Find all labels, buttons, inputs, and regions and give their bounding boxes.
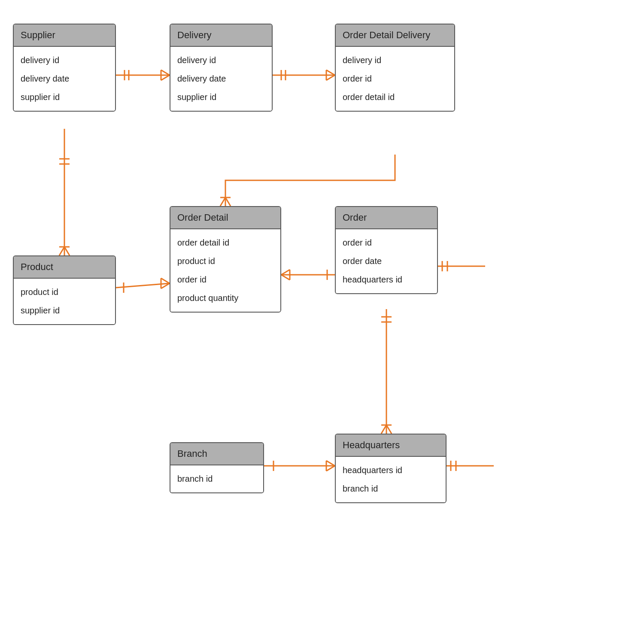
- svg-line-21: [116, 283, 170, 288]
- entity-delivery-header: Delivery: [170, 24, 272, 47]
- svg-line-29: [281, 275, 290, 280]
- field-product-1: product id: [21, 283, 108, 301]
- field-hq-2: branch id: [343, 480, 439, 498]
- field-od-3: order id: [177, 270, 273, 289]
- svg-line-3: [161, 70, 170, 75]
- field-hq-1: headquarters id: [343, 461, 439, 480]
- field-delivery-3: supplier id: [177, 88, 265, 106]
- entity-order-header: Order: [336, 207, 437, 229]
- entity-delivery: Delivery delivery id delivery date suppl…: [170, 24, 273, 112]
- svg-line-18: [59, 247, 64, 255]
- entity-supplier: Supplier delivery id delivery date suppl…: [13, 24, 116, 112]
- entity-order-body: order id order date headquarters id: [336, 229, 437, 293]
- entity-hq-header: Headquarters: [336, 434, 446, 457]
- entity-branch: Branch branch id: [170, 442, 264, 493]
- entity-branch-body: branch id: [170, 465, 263, 492]
- field-od-4: product quantity: [177, 289, 273, 307]
- svg-line-28: [281, 270, 290, 275]
- entity-odd-body: delivery id order id order detail id: [336, 47, 454, 111]
- svg-line-37: [326, 466, 335, 471]
- entity-product: Product product id supplier id: [13, 255, 116, 325]
- entity-product-header: Product: [14, 256, 115, 279]
- field-product-2: supplier id: [21, 301, 108, 320]
- field-order-1: order id: [343, 234, 430, 252]
- svg-line-4: [161, 75, 170, 80]
- field-od-2: product id: [177, 252, 273, 270]
- entity-delivery-body: delivery id delivery date supplier id: [170, 47, 272, 111]
- field-od-1: order detail id: [177, 234, 273, 252]
- field-order-3: headquarters id: [343, 270, 430, 289]
- entity-hq-body: headquarters id branch id: [336, 457, 446, 502]
- svg-line-45: [381, 425, 386, 434]
- entity-branch-header: Branch: [170, 443, 263, 465]
- entity-order-detail-delivery: Order Detail Delivery delivery id order …: [335, 24, 455, 112]
- field-supplier-2: delivery date: [21, 70, 108, 88]
- field-delivery-1: delivery id: [177, 51, 265, 70]
- entity-odd-header: Order Detail Delivery: [336, 24, 454, 47]
- field-order-2: order date: [343, 252, 430, 270]
- entity-order-detail: Order Detail order detail id product id …: [170, 206, 281, 313]
- svg-line-12: [220, 197, 225, 206]
- svg-line-36: [326, 461, 335, 466]
- field-odd-1: delivery id: [343, 51, 447, 70]
- entity-product-body: product id supplier id: [14, 279, 115, 324]
- field-supplier-3: supplier id: [21, 88, 108, 106]
- svg-line-24: [161, 283, 170, 289]
- entity-headquarters: Headquarters headquarters id branch id: [335, 434, 447, 503]
- entity-order: Order order id order date headquarters i…: [335, 206, 438, 294]
- entity-supplier-body: delivery id delivery date supplier id: [14, 47, 115, 111]
- field-branch-1: branch id: [177, 470, 256, 488]
- svg-line-9: [326, 70, 335, 75]
- er-diagram: Supplier delivery id delivery date suppl…: [0, 0, 644, 644]
- field-odd-2: order id: [343, 70, 447, 88]
- svg-line-19: [64, 247, 70, 255]
- entity-od-body: order detail id product id order id prod…: [170, 229, 280, 312]
- field-odd-3: order detail id: [343, 88, 447, 106]
- svg-line-23: [161, 278, 170, 283]
- field-supplier-1: delivery id: [21, 51, 108, 70]
- svg-line-13: [225, 197, 231, 206]
- svg-line-46: [386, 425, 392, 434]
- entity-supplier-header: Supplier: [14, 24, 115, 47]
- entity-od-header: Order Detail: [170, 207, 280, 229]
- field-delivery-2: delivery date: [177, 70, 265, 88]
- svg-line-10: [326, 75, 335, 80]
